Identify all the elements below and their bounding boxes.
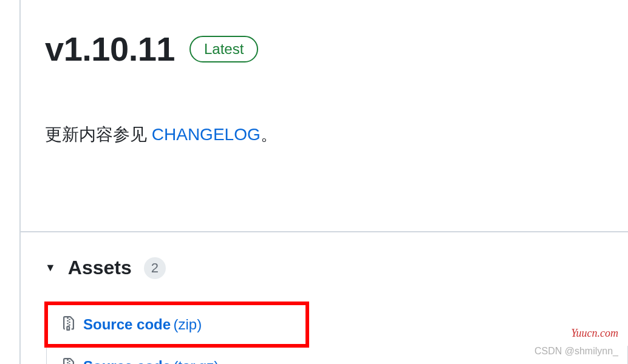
zip-file-icon xyxy=(61,315,76,334)
section-divider xyxy=(21,231,628,232)
release-body-prefix: 更新内容参见 xyxy=(45,125,152,144)
watermark-site: Yuucn.com xyxy=(571,327,618,340)
release-body: 更新内容参见 CHANGELOG。 xyxy=(45,123,628,189)
caret-down-icon: ▼ xyxy=(45,261,56,274)
assets-title: Assets xyxy=(68,257,132,279)
watermark-author: CSDN @shmilynn_ xyxy=(534,346,618,357)
asset-ext-text: (tar.gz) xyxy=(174,358,219,364)
asset-link-text: Source code xyxy=(83,316,171,332)
asset-name: Source code (zip) xyxy=(83,316,202,333)
asset-row[interactable]: Source code (zip) xyxy=(46,303,307,346)
asset-name: Source code (tar.gz) xyxy=(83,358,219,364)
assets-toggle[interactable]: ▼ Assets 2 xyxy=(45,257,628,279)
assets-count-badge: 2 xyxy=(144,257,166,279)
release-container: v1.10.11 Latest 更新内容参见 CHANGELOG。 ▼ Asse… xyxy=(19,0,628,364)
release-version-title: v1.10.11 xyxy=(45,29,175,69)
release-body-suffix: 。 xyxy=(261,125,278,144)
changelog-link[interactable]: CHANGELOG xyxy=(152,125,261,144)
zip-file-icon xyxy=(61,357,76,364)
asset-ext-text: (zip) xyxy=(174,316,202,332)
latest-badge: Latest xyxy=(189,36,258,62)
asset-link-text: Source code xyxy=(83,358,171,364)
release-header: v1.10.11 Latest xyxy=(45,29,628,69)
